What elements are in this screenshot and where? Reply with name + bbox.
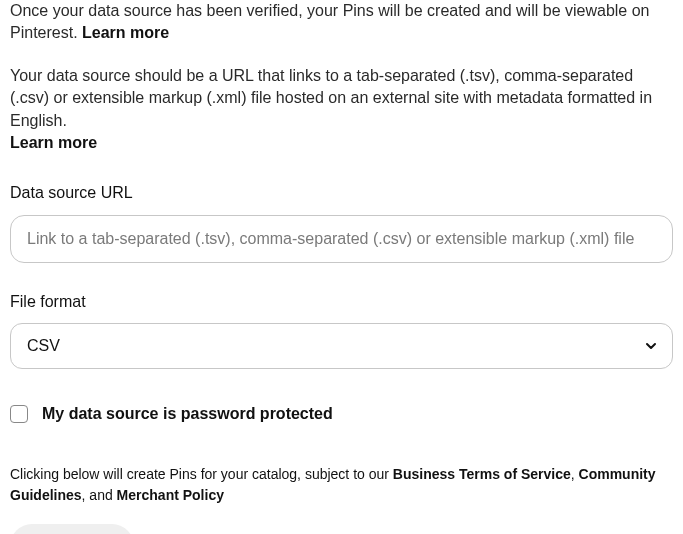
file-format-select[interactable]: CSV xyxy=(10,323,673,369)
password-protected-checkbox[interactable] xyxy=(10,405,28,423)
file-format-select-wrap[interactable]: CSV xyxy=(10,323,673,369)
file-format-group: File format CSV xyxy=(10,291,673,369)
intro-text-2: Your data source should be a URL that li… xyxy=(10,67,652,129)
terms-sep2: , and xyxy=(82,487,117,503)
data-source-url-input[interactable] xyxy=(10,215,673,263)
password-protected-row: My data source is password protected xyxy=(10,403,673,425)
learn-more-link-1[interactable]: Learn more xyxy=(82,24,169,41)
data-source-url-label: Data source URL xyxy=(10,182,673,204)
terms-prefix: Clicking below will create Pins for your… xyxy=(10,466,393,482)
file-format-label: File format xyxy=(10,291,673,313)
data-source-url-group: Data source URL xyxy=(10,182,673,262)
terms-text: Clicking below will create Pins for your… xyxy=(10,464,673,506)
learn-more-link-2[interactable]: Learn more xyxy=(10,134,97,151)
business-terms-link[interactable]: Business Terms of Service xyxy=(393,466,571,482)
password-protected-label[interactable]: My data source is password protected xyxy=(42,403,333,425)
create-pins-button[interactable]: Create Pins xyxy=(10,524,134,534)
terms-sep1: , xyxy=(571,466,579,482)
intro-paragraph-1: Once your data source has been verified,… xyxy=(10,0,673,45)
merchant-policy-link[interactable]: Merchant Policy xyxy=(117,487,224,503)
intro-paragraph-2: Your data source should be a URL that li… xyxy=(10,65,673,155)
